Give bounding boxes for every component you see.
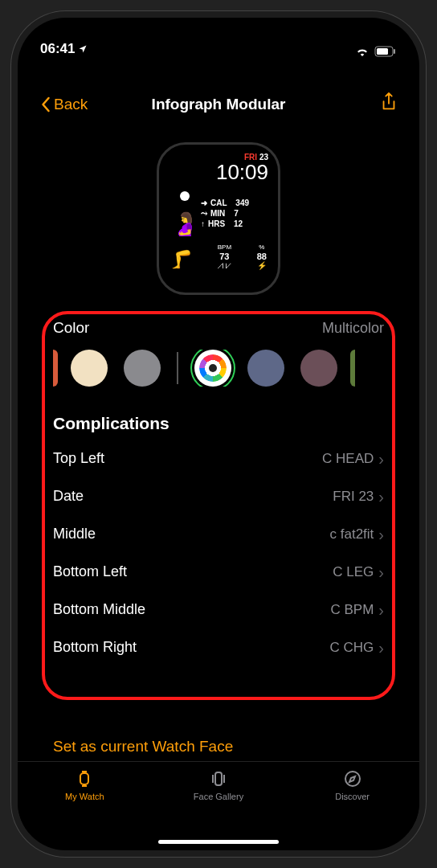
complication-date[interactable]: Date FRI 23› [53, 477, 384, 515]
tab-label: My Watch [65, 792, 104, 801]
battery-icon [374, 46, 397, 57]
complication-value: C BPM [330, 602, 374, 618]
swatch-edge-right[interactable] [350, 350, 355, 387]
wifi-icon [355, 46, 370, 57]
color-label: Color [53, 319, 89, 337]
silent-switch[interactable] [11, 149, 16, 176]
svg-rect-4 [215, 772, 222, 785]
color-swatch-1[interactable] [124, 350, 161, 387]
svg-rect-3 [80, 773, 88, 784]
tab-bar: My Watch Face Gallery Discover [18, 761, 419, 833]
wf-middle-complication: ➜ CAL 349 ⤳ MIN 7 ↑ HRS 12 [201, 185, 268, 241]
complication-value: C CHG [330, 640, 374, 656]
watch-icon [75, 768, 94, 789]
complication-value: C HEAD [322, 451, 374, 467]
wf-bottom-middle: BPM 73 ⩘⩗ [216, 244, 232, 270]
color-header: Color Multicolor [53, 319, 384, 337]
tab-label: Discover [335, 792, 370, 801]
complication-bottom-left[interactable]: Bottom Left C LEG› [53, 553, 384, 591]
complication-value: C LEG [333, 564, 374, 580]
complication-value: FRI 23 [333, 489, 374, 505]
complication-top-left[interactable]: Top Left C HEAD› [53, 440, 384, 477]
color-swatch-row[interactable] [53, 350, 384, 387]
wf-bottom-right: % 88 ⚡ [257, 244, 267, 270]
color-swatch-multicolor[interactable] [194, 350, 231, 387]
notch [138, 18, 299, 40]
compass-icon [343, 768, 362, 789]
complication-label: Date [53, 488, 84, 505]
watchface-preview[interactable]: FRI 23 10:09 🤰 ➜ CAL 349 ⤳ MIN 7 ↑ HRS 1… [157, 142, 280, 295]
swatch-edge-left[interactable] [53, 350, 58, 387]
nav-header: Back Infograph Modular [18, 86, 419, 123]
color-value: Multicolor [322, 320, 384, 337]
set-as-current-button[interactable]: Set as current Watch Face [53, 738, 233, 755]
complication-label: Middle [53, 526, 96, 542]
wf-time: 10:09 [169, 160, 268, 185]
swatch-divider [177, 352, 178, 384]
complication-bottom-middle[interactable]: Bottom Middle C BPM› [53, 591, 384, 628]
complication-label: Bottom Middle [53, 601, 145, 618]
tab-label: Face Gallery [194, 792, 243, 801]
chevron-right-icon: › [378, 489, 384, 505]
color-swatch-3[interactable] [247, 350, 284, 387]
chevron-right-icon: › [378, 526, 384, 542]
complication-label: Bottom Right [53, 639, 137, 656]
complication-value: c fat2fit [330, 526, 374, 542]
volume-up-button[interactable] [11, 197, 16, 247]
volume-down-button[interactable] [11, 261, 16, 311]
color-swatch-0[interactable] [71, 350, 108, 387]
home-indicator[interactable] [158, 840, 279, 844]
chevron-right-icon: › [378, 451, 384, 467]
wf-bottom-left: 🦵 [170, 249, 192, 270]
complications-title: Complications [53, 414, 384, 433]
share-button[interactable] [381, 92, 397, 117]
complication-label: Top Left [53, 450, 104, 467]
phone-frame: 06:41 Back Infograph Modular [18, 18, 419, 850]
complication-bottom-right[interactable]: Bottom Right C CHG› [53, 628, 384, 666]
complication-middle[interactable]: Middle c fat2fit› [53, 515, 384, 553]
face-gallery-icon [209, 768, 228, 789]
color-swatch-4[interactable] [300, 350, 337, 387]
chevron-right-icon: › [378, 640, 384, 656]
chevron-right-icon: › [378, 564, 384, 580]
chevron-right-icon: › [378, 602, 384, 618]
status-time: 06:41 [40, 41, 75, 57]
tab-face-gallery[interactable]: Face Gallery [170, 768, 267, 801]
svg-rect-2 [394, 49, 395, 54]
power-button[interactable] [421, 209, 426, 286]
back-button[interactable]: Back [40, 96, 88, 113]
location-icon [78, 44, 88, 54]
wf-left-complication: 🤰 [169, 185, 201, 241]
back-label: Back [54, 96, 88, 113]
svg-rect-1 [377, 48, 388, 55]
complication-label: Bottom Left [53, 563, 127, 580]
svg-point-5 [345, 772, 360, 786]
tab-my-watch[interactable]: My Watch [36, 768, 133, 801]
tab-discover[interactable]: Discover [304, 768, 401, 801]
